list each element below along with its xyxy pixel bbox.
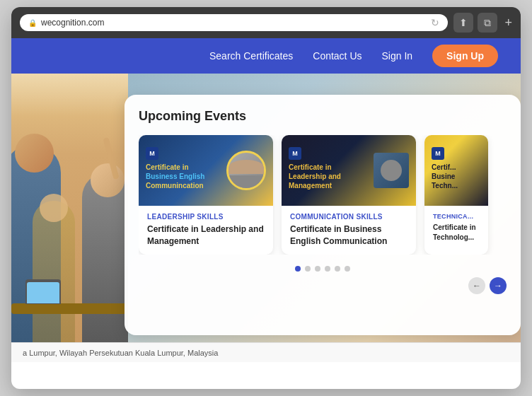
card3-text-area: M Certif... Busine Techn... [432,151,481,190]
events-title: Upcoming Events [139,109,507,124]
desk [11,303,128,314]
hero-area: Upcoming Events M Certifi [11,74,521,342]
card2-main-text: Certificate in Leadership and Management [289,163,374,190]
card2-line2: Leadership and [289,172,374,181]
event-card-2[interactable]: M Certificate in Leadership and Manageme… [282,135,416,255]
card2-line1: Certificate in [289,163,374,172]
person-1-head [15,134,54,173]
card1-main-text: Certificate in Business English Communin… [146,163,226,190]
card1-text-area: M Certificate in Business English Commun… [146,151,226,190]
card2-line3: Management [289,181,374,190]
site-content: Search Certificates Contact Us Sign In S… [11,38,521,389]
hero-people-scene [11,74,128,342]
address-bar[interactable]: 🔒 wecognition.com ↻ [20,14,448,31]
card2-scene-photo [374,153,409,188]
event-card-2-image: M Certificate in Leadership and Manageme… [282,135,416,206]
card3-body: TECHNICA... Certificate in Technolog... [424,206,488,250]
card1-person-photo [226,151,266,190]
new-tab-button[interactable]: + [504,16,512,30]
card2-photo-bg [374,153,409,188]
card3-background: M Certif... Busine Techn... [424,135,488,206]
contact-us-link[interactable]: Contact Us [313,50,362,62]
navbar: Search Certificates Contact Us Sign In S… [11,38,521,74]
sign-in-link[interactable]: Sign In [382,50,413,62]
card3-category: TECHNICA... [433,213,480,220]
logo-text: M [149,150,155,157]
card2-title: Certificate in Business English Communic… [290,223,407,248]
person-silhouette [229,160,264,174]
browser-chrome: 🔒 wecognition.com ↻ ⬆ ⧉ + [11,7,521,38]
duplicate-button[interactable]: ⧉ [478,13,497,33]
card1-line1: Certificate in [146,163,226,172]
card2-logo: M [289,147,301,160]
carousel-nav-arrows: ← → [139,277,507,294]
search-certificates-link[interactable]: Search Certificates [209,50,293,62]
card1-logo: M [146,147,158,160]
events-cards-row: M Certificate in Business English Commun… [139,135,507,255]
scene-overlay [11,74,128,116]
card2-background: M Certificate in Leadership and Manageme… [282,135,416,206]
card2-person-circle [381,160,402,181]
card1-category: LEADERSHIP SKILLS [147,213,265,221]
location-text: a Lumpur, Wilayah Persekutuan Kuala Lump… [23,349,218,357]
sign-up-button[interactable]: Sign Up [432,45,498,67]
browser-window: 🔒 wecognition.com ↻ ⬆ ⧉ + Search Certifi… [11,7,521,389]
card1-background: M Certificate in Business English Commun… [139,135,273,206]
card2-body: COMMUNICATION SKILLS Certificate in Busi… [282,206,416,255]
reload-icon[interactable]: ↻ [431,17,439,28]
card3-logo-text: M [435,150,441,157]
event-card-1-image: M Certificate in Business English Commun… [139,135,273,206]
card3-title: Certificate in Technolog... [433,223,480,243]
classroom-scene [11,74,128,342]
share-button[interactable]: ⬆ [453,13,473,33]
event-card-1[interactable]: M Certificate in Business English Commun… [139,135,273,255]
card2-category: COMMUNICATION SKILLS [290,213,407,221]
browser-actions: ⬆ ⧉ [453,13,497,33]
dot-5[interactable] [335,266,340,272]
card1-line2: Business English [146,172,226,181]
card3-logo: M [432,147,444,160]
dot-2[interactable] [305,266,311,272]
card1-title: Certificate in Leadership and Management [147,223,265,248]
dot-4[interactable] [325,266,330,272]
next-arrow[interactable]: → [490,277,507,294]
card1-line3: Communincation [146,181,226,190]
bottom-bar: a Lumpur, Wilayah Persekutuan Kuala Lump… [11,342,521,362]
card3-main-text: Certif... Busine Techn... [432,163,481,190]
card3-line1: Certif... [432,163,481,172]
card3-line2: Busine [432,172,481,181]
person-body-silhouette [229,175,264,190]
card1-body: LEADERSHIP SKILLS Certificate in Leaders… [139,206,273,255]
event-card-3-image: M Certif... Busine Techn... [424,135,488,206]
card2-logo-text: M [292,150,298,157]
events-panel: Upcoming Events M Certifi [125,95,521,335]
prev-arrow[interactable]: ← [468,277,485,294]
url-text: wecognition.com [41,18,427,28]
person-2-body [82,173,128,342]
person-3-head [40,194,68,222]
event-card-3[interactable]: M Certif... Busine Techn... [424,135,488,255]
laptop-screen [27,282,59,303]
person-3-body [33,201,75,342]
carousel-dots [139,266,507,272]
card3-line3: Techn... [432,181,481,190]
lock-icon: 🔒 [28,19,37,27]
card2-text-area: M Certificate in Leadership and Manageme… [289,151,374,190]
dot-3[interactable] [315,266,320,272]
dot-6[interactable] [345,266,350,272]
person-2-head [91,163,125,197]
dot-1[interactable] [295,266,301,272]
